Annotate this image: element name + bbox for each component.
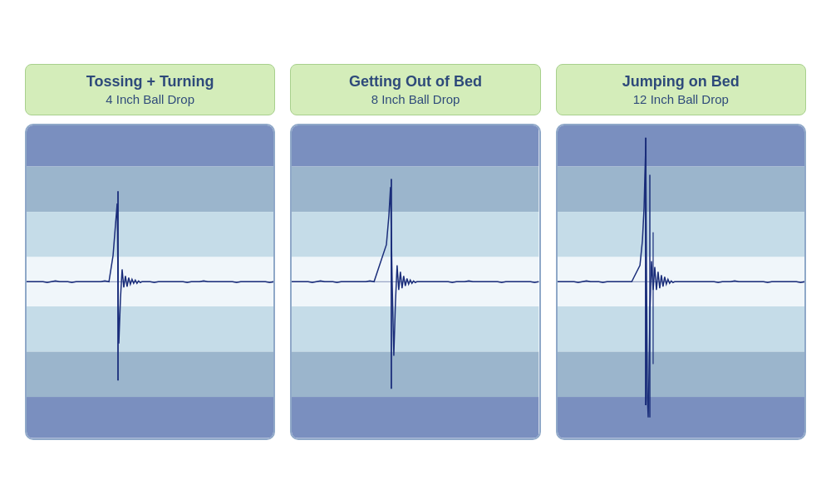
svg-rect-10 — [292, 167, 538, 213]
svg-rect-14 — [292, 352, 538, 398]
svg-rect-11 — [292, 212, 538, 257]
svg-rect-19 — [558, 167, 804, 213]
label-sub-tossing: 4 Inch Ball Drop — [41, 92, 259, 106]
waveform-box-jumping — [556, 124, 806, 440]
svg-rect-23 — [558, 352, 804, 398]
label-title-jumping: Jumping on Bed — [572, 73, 790, 91]
label-box-tossing: Tossing + Turning 4 Inch Ball Drop — [25, 64, 275, 115]
label-box-jumping: Jumping on Bed 12 Inch Ball Drop — [556, 64, 806, 115]
label-sub-getting-out: 8 Inch Ball Drop — [306, 92, 524, 106]
label-title-getting-out: Getting Out of Bed — [306, 73, 524, 91]
svg-rect-5 — [27, 352, 273, 398]
svg-rect-22 — [558, 306, 804, 352]
waveform-svg-getting-out — [292, 125, 538, 438]
waveform-box-tossing — [25, 124, 275, 440]
waveform-svg-jumping — [558, 125, 804, 438]
svg-rect-4 — [27, 306, 273, 352]
main-container: Tossing + Turning 4 Inch Ball Drop — [0, 47, 831, 457]
svg-rect-2 — [27, 212, 273, 257]
svg-rect-6 — [27, 397, 273, 438]
svg-rect-13 — [292, 306, 538, 352]
label-box-getting-out: Getting Out of Bed 8 Inch Ball Drop — [290, 64, 540, 115]
label-sub-jumping: 12 Inch Ball Drop — [572, 92, 790, 106]
panel-jumping: Jumping on Bed 12 Inch Ball Drop — [556, 64, 806, 440]
waveform-box-getting-out — [290, 124, 540, 440]
svg-rect-20 — [558, 212, 804, 257]
svg-rect-18 — [558, 125, 804, 167]
svg-rect-9 — [292, 125, 538, 167]
label-title-tossing: Tossing + Turning — [41, 73, 259, 91]
svg-rect-15 — [292, 397, 538, 438]
svg-rect-24 — [558, 397, 804, 438]
svg-rect-1 — [27, 167, 273, 213]
panel-tossing-turning: Tossing + Turning 4 Inch Ball Drop — [25, 64, 275, 440]
panel-getting-out: Getting Out of Bed 8 Inch Ball Drop — [290, 64, 540, 440]
svg-rect-0 — [27, 125, 273, 167]
waveform-svg-tossing — [27, 125, 273, 438]
